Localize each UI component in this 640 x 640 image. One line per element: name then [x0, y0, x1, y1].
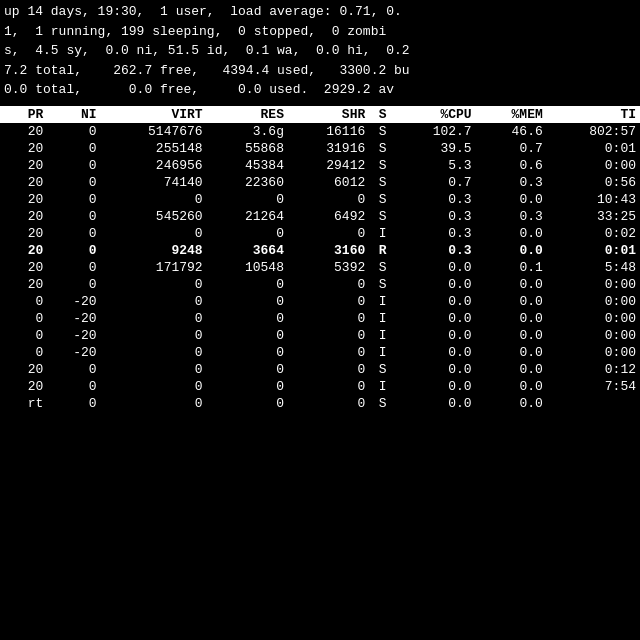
table-cell: -20: [47, 327, 100, 344]
table-cell: S: [369, 174, 396, 191]
table-cell: 0.0: [476, 327, 547, 344]
col-header-virt: VIRT: [101, 106, 207, 123]
table-cell: 0.0: [396, 276, 476, 293]
process-table: PR NI VIRT RES SHR S %CPU %MEM TI 200514…: [0, 106, 640, 412]
table-cell: 5:48: [547, 259, 640, 276]
table-cell: 0:12: [547, 361, 640, 378]
table-cell: 0: [288, 327, 369, 344]
table-cell: I: [369, 378, 396, 395]
table-cell: 0.0: [396, 361, 476, 378]
table-cell: 802:57: [547, 123, 640, 140]
table-row: 200000I0.30.00:02: [0, 225, 640, 242]
table-cell: 0.0: [396, 259, 476, 276]
table-cell: 20: [0, 225, 47, 242]
table-cell: 10548: [207, 259, 288, 276]
table-cell: 0.0: [476, 395, 547, 412]
terminal: up 14 days, 19:30, 1 user, load average:…: [0, 0, 640, 640]
table-row: 200000S0.30.010:43: [0, 191, 640, 208]
table-cell: 0.0: [396, 327, 476, 344]
table-cell: 0.0: [476, 242, 547, 259]
table-cell: 0: [47, 191, 100, 208]
table-cell: 0:56: [547, 174, 640, 191]
table-cell: S: [369, 208, 396, 225]
table-cell: 0: [0, 327, 47, 344]
table-cell: 3160: [288, 242, 369, 259]
table-cell: 0: [47, 395, 100, 412]
table-cell: 39.5: [396, 140, 476, 157]
table-cell: 0.0: [396, 395, 476, 412]
table-cell: S: [369, 361, 396, 378]
table-cell: 0: [101, 395, 207, 412]
table-cell: 0: [101, 378, 207, 395]
table-row: 2002469564538429412S5.30.60:00: [0, 157, 640, 174]
table-cell: 74140: [101, 174, 207, 191]
header-line-4: 7.2 total, 262.7 free, 4394.4 used, 3300…: [4, 61, 636, 81]
table-cell: 0.0: [396, 293, 476, 310]
table-cell: 0:00: [547, 327, 640, 344]
table-cell: 102.7: [396, 123, 476, 140]
table-cell: 0:02: [547, 225, 640, 242]
table-row: 200545260212646492S0.30.333:25: [0, 208, 640, 225]
table-cell: 0: [101, 225, 207, 242]
table-cell: 45384: [207, 157, 288, 174]
table-cell: 0:01: [547, 140, 640, 157]
table-cell: 16116: [288, 123, 369, 140]
table-row: 20051476763.6g16116S102.746.6802:57: [0, 123, 640, 140]
table-cell: 20: [0, 378, 47, 395]
table-cell: I: [369, 310, 396, 327]
table-row: 0-20000I0.00.00:00: [0, 327, 640, 344]
table-cell: 20: [0, 174, 47, 191]
table-cell: 0: [288, 293, 369, 310]
table-cell: [547, 395, 640, 412]
table-cell: 0: [207, 327, 288, 344]
table-cell: 0.1: [476, 259, 547, 276]
table-cell: 0.0: [396, 378, 476, 395]
col-header-time: TI: [547, 106, 640, 123]
table-cell: 0.3: [396, 225, 476, 242]
table-cell: S: [369, 140, 396, 157]
table-cell: 0: [47, 225, 100, 242]
table-row: 2002551485586831916S39.50.70:01: [0, 140, 640, 157]
table-cell: 0:00: [547, 310, 640, 327]
table-cell: 0: [47, 123, 100, 140]
table-cell: 0:00: [547, 276, 640, 293]
table-cell: 0: [207, 344, 288, 361]
table-cell: 0:00: [547, 293, 640, 310]
table-cell: R: [369, 242, 396, 259]
table-cell: 0.3: [396, 242, 476, 259]
table-cell: I: [369, 293, 396, 310]
table-cell: 20: [0, 259, 47, 276]
table-cell: 20: [0, 123, 47, 140]
table-row: 0-20000I0.00.00:00: [0, 293, 640, 310]
table-cell: 0: [0, 293, 47, 310]
table-cell: 6492: [288, 208, 369, 225]
table-row: 200000S0.00.00:00: [0, 276, 640, 293]
table-body: 20051476763.6g16116S102.746.6802:5720025…: [0, 123, 640, 412]
col-header-res: RES: [207, 106, 288, 123]
table-cell: 5.3: [396, 157, 476, 174]
table-cell: 0.3: [476, 208, 547, 225]
table-cell: 0: [288, 225, 369, 242]
table-cell: S: [369, 123, 396, 140]
table-cell: 0: [101, 344, 207, 361]
table-cell: 0.0: [396, 344, 476, 361]
table-cell: 21264: [207, 208, 288, 225]
table-cell: 22360: [207, 174, 288, 191]
table-cell: -20: [47, 310, 100, 327]
table-cell: 0: [47, 276, 100, 293]
table-row: 20074140223606012S0.70.30:56: [0, 174, 640, 191]
table-header-row: PR NI VIRT RES SHR S %CPU %MEM TI: [0, 106, 640, 123]
table-cell: 0: [288, 344, 369, 361]
table-cell: 0:00: [547, 157, 640, 174]
table-cell: 246956: [101, 157, 207, 174]
col-header-mem: %MEM: [476, 106, 547, 123]
table-cell: 0.3: [396, 208, 476, 225]
table-cell: S: [369, 157, 396, 174]
table-cell: 0: [47, 157, 100, 174]
table-cell: 0:01: [547, 242, 640, 259]
table-cell: 0: [47, 361, 100, 378]
table-row: 200171792105485392S0.00.15:48: [0, 259, 640, 276]
table-cell: 0: [47, 174, 100, 191]
header-line-5: 0.0 total, 0.0 free, 0.0 used. 2929.2 av: [4, 80, 636, 100]
table-cell: 0: [207, 378, 288, 395]
